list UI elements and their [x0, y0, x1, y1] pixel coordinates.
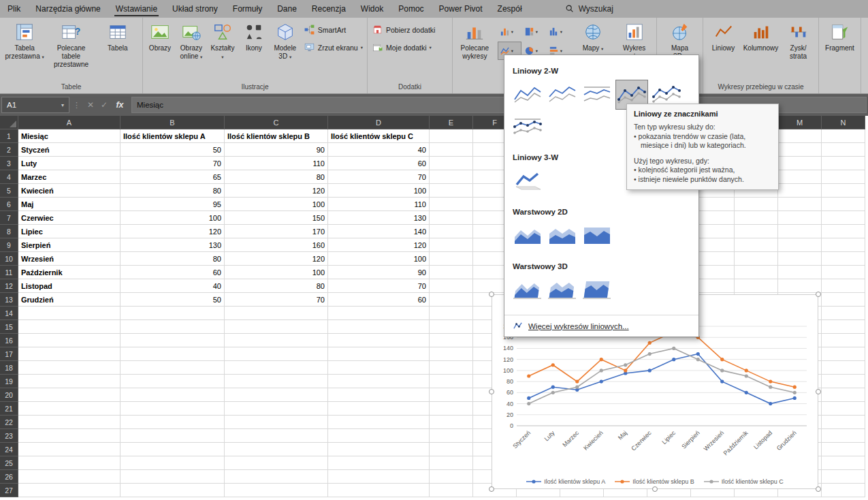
cell-A19[interactable]	[18, 375, 120, 388]
chart-type-line-100-markers-icon[interactable]	[511, 112, 544, 142]
enter-button[interactable]: ✓	[97, 100, 111, 110]
column-header-A[interactable]: A	[18, 116, 120, 129]
cell-A23[interactable]	[18, 429, 120, 443]
row-header-27[interactable]: 27	[0, 484, 18, 497]
cell-A5[interactable]: Kwiecień	[18, 184, 120, 198]
column-header-E[interactable]: E	[430, 116, 473, 129]
row-header-8[interactable]: 8	[0, 225, 18, 238]
cell-B6[interactable]: 95	[120, 198, 225, 211]
cell-B15[interactable]	[120, 320, 225, 334]
cell-L7[interactable]	[735, 211, 778, 225]
cell-C3[interactable]: 110	[225, 157, 328, 170]
cell-D21[interactable]	[328, 402, 430, 416]
cell-N4[interactable]	[822, 170, 865, 184]
cell-N23[interactable]	[822, 429, 865, 443]
row-header-11[interactable]: 11	[0, 266, 18, 279]
cell-D20[interactable]	[328, 388, 430, 402]
row-header-25[interactable]: 25	[0, 456, 18, 470]
cell-A10[interactable]: Wrzesień	[18, 252, 120, 266]
cell-E9[interactable]	[430, 238, 473, 252]
cell-A17[interactable]	[18, 347, 120, 361]
cell-N20[interactable]	[822, 388, 865, 402]
cell-D1[interactable]: Ilość klientów sklepu C	[328, 129, 430, 143]
row-header-16[interactable]: 16	[0, 334, 18, 347]
cell-E18[interactable]	[430, 361, 473, 375]
ribbon-button-smartart[interactable]: SmartArt	[301, 22, 366, 37]
cell-C18[interactable]	[225, 361, 328, 375]
cell-A25[interactable]	[18, 456, 120, 470]
row-header-10[interactable]: 10	[0, 252, 18, 266]
cell-D13[interactable]: 60	[328, 293, 430, 307]
cell-C13[interactable]: 70	[225, 293, 328, 307]
cell-A12[interactable]: Listopad	[18, 279, 120, 293]
cell-A24[interactable]	[18, 443, 120, 456]
cell-E15[interactable]	[430, 320, 473, 334]
cell-C25[interactable]	[225, 456, 328, 470]
cell-A9[interactable]: Sierpień	[18, 238, 120, 252]
cell-E21[interactable]	[430, 402, 473, 416]
cell-A1[interactable]: Miesiąc	[18, 129, 120, 143]
cell-E12[interactable]	[430, 279, 473, 293]
cell-N15[interactable]	[822, 320, 865, 334]
cell-D11[interactable]: 90	[328, 266, 430, 279]
cell-D5[interactable]: 100	[328, 184, 430, 198]
more-line-charts-item[interactable]: Więcej wykresów liniowych...	[504, 315, 698, 337]
cell-C17[interactable]	[225, 347, 328, 361]
cell-A26[interactable]	[18, 470, 120, 484]
chart-type-area-stacked-icon[interactable]	[546, 221, 579, 251]
cell-A20[interactable]	[18, 388, 120, 402]
row-header-19[interactable]: 19	[0, 375, 18, 388]
cell-N8[interactable]	[822, 225, 865, 238]
cell-A8[interactable]: Lipiec	[18, 225, 120, 238]
cell-B4[interactable]: 65	[120, 170, 225, 184]
cell-B9[interactable]: 130	[120, 238, 225, 252]
column-header-D[interactable]: D	[328, 116, 430, 129]
cell-A4[interactable]: Marzec	[18, 170, 120, 184]
cell-E7[interactable]	[430, 211, 473, 225]
cell-B23[interactable]	[120, 429, 225, 443]
cell-N14[interactable]	[822, 307, 865, 320]
cell-E26[interactable]	[430, 470, 473, 484]
formula-bar-handle[interactable]: ⋮	[73, 101, 80, 110]
chart-handle-bottom-right[interactable]	[816, 486, 821, 492]
cell-L10[interactable]	[735, 252, 778, 266]
cell-B10[interactable]: 80	[120, 252, 225, 266]
cell-L9[interactable]	[735, 238, 778, 252]
cell-B24[interactable]	[120, 443, 225, 456]
cell-D19[interactable]	[328, 375, 430, 388]
tab-formu-y[interactable]: Formuły	[225, 0, 270, 18]
cell-C20[interactable]	[225, 388, 328, 402]
cell-B19[interactable]	[120, 375, 225, 388]
column-header-C[interactable]: C	[225, 116, 328, 129]
chart-type-line-3d-icon[interactable]	[511, 166, 544, 196]
cell-E4[interactable]	[430, 170, 473, 184]
cell-D2[interactable]: 40	[328, 143, 430, 157]
cell-B2[interactable]: 50	[120, 143, 225, 157]
cell-C19[interactable]	[225, 375, 328, 388]
ribbon-button-liniowy[interactable]: Liniowy	[705, 19, 742, 82]
cell-C27[interactable]	[225, 484, 328, 497]
tab-widok[interactable]: Widok	[353, 0, 391, 18]
cell-C15[interactable]	[225, 320, 328, 334]
cell-D24[interactable]	[328, 443, 430, 456]
cell-D3[interactable]: 60	[328, 157, 430, 170]
cell-A13[interactable]: Grudzień	[18, 293, 120, 307]
cell-E14[interactable]	[430, 307, 473, 320]
cell-M12[interactable]	[778, 279, 822, 293]
tab-recenzja[interactable]: Recenzja	[304, 0, 353, 18]
tab-dane[interactable]: Dane	[270, 0, 304, 18]
search-box[interactable]: Wyszukaj	[565, 4, 613, 14]
row-header-14[interactable]: 14	[0, 307, 18, 320]
tab-plik[interactable]: Plik	[0, 0, 28, 18]
row-header-15[interactable]: 15	[0, 320, 18, 334]
cell-M7[interactable]	[778, 211, 822, 225]
cell-N6[interactable]	[822, 198, 865, 211]
chart-handle-bottom-middle[interactable]	[652, 486, 658, 492]
cell-N10[interactable]	[822, 252, 865, 266]
cell-N2[interactable]	[822, 143, 865, 157]
row-header-22[interactable]: 22	[0, 416, 18, 429]
cell-C26[interactable]	[225, 470, 328, 484]
cell-M2[interactable]	[778, 143, 822, 157]
cell-N27[interactable]	[822, 484, 865, 497]
row-header-3[interactable]: 3	[0, 157, 18, 170]
